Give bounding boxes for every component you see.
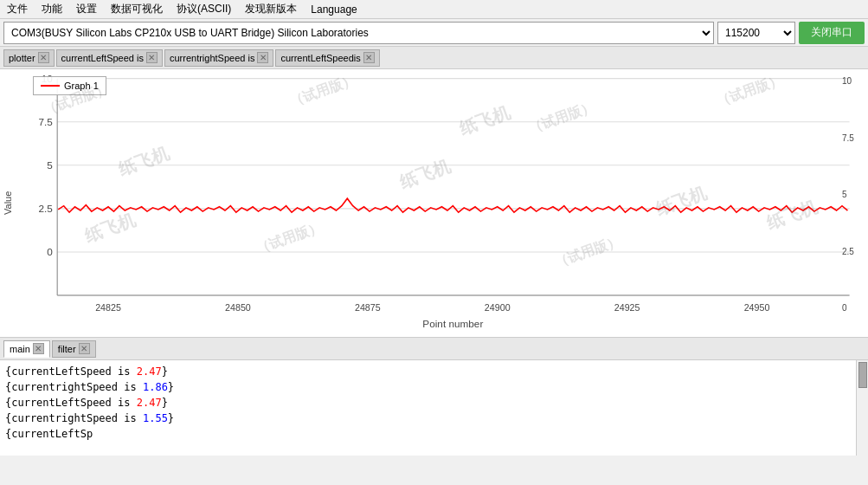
tab-currentleftspeed[interactable]: currentLeftSpeed is ✕	[56, 49, 163, 67]
close-port-button[interactable]: 关闭串口	[799, 22, 865, 44]
com-bar: COM3(BUSY Silicon Labs CP210x USB to UAR…	[0, 19, 868, 47]
tab-currentleftspeed-label: currentLeftSpeed is	[61, 53, 144, 63]
console-val-2: 1.86	[143, 381, 168, 393]
menu-file[interactable]: 文件	[3, 1, 31, 17]
baud-rate-select[interactable]: 9600 19200 38400 57600 115200 230400	[717, 22, 795, 44]
tab-currentleftspeedis-close[interactable]: ✕	[363, 52, 375, 63]
y-tick-right-10: 10	[842, 76, 866, 86]
svg-text:24825: 24825	[95, 302, 121, 313]
menu-update[interactable]: 发现新版本	[241, 1, 300, 17]
console-line-5: {currentLeftSp	[5, 426, 851, 442]
legend-label: Graph 1	[64, 81, 99, 91]
tab-currentrightspeed-label: currentrightSpeed is	[170, 53, 254, 63]
menu-protocol[interactable]: 协议(ASCII)	[173, 1, 235, 17]
svg-text:24900: 24900	[485, 302, 511, 313]
console-line-4: {currentrightSpeed is 1.55}	[5, 411, 851, 426]
y-tick-right-25: 2.5	[842, 247, 866, 256]
console-val-4: 1.55	[143, 412, 168, 424]
tab-plotter[interactable]: plotter ✕	[3, 49, 55, 67]
tab-plotter-close[interactable]: ✕	[38, 52, 49, 63]
tab-currentrightspeed[interactable]: currentrightSpeed is ✕	[164, 49, 273, 67]
svg-text:2.5: 2.5	[38, 203, 53, 214]
menu-settings[interactable]: 设置	[73, 1, 100, 17]
chart-svg: 10 7.5 5 2.5 0 24825 24850 24875 24900 2…	[16, 69, 868, 337]
console-scrollbar[interactable]	[856, 360, 868, 456]
console-line-1: {currentLeftSpeed is 2.47}	[5, 364, 851, 379]
tab-main-label: main	[10, 344, 30, 354]
svg-text:24925: 24925	[614, 302, 640, 313]
console-line-3: {currentLeftSpeed is 2.47}	[5, 395, 851, 411]
console-val-3: 2.47	[137, 397, 162, 409]
menu-dataviz[interactable]: 数据可视化	[107, 1, 166, 17]
svg-text:24950: 24950	[744, 302, 770, 313]
tab-currentleftspeed-close[interactable]: ✕	[146, 52, 158, 63]
tab-currentleftspeedis[interactable]: currentLeftSpeedis ✕	[275, 49, 379, 67]
plotter-tab-bar: plotter ✕ currentLeftSpeed is ✕ currentr…	[0, 47, 868, 69]
legend-line-icon	[41, 85, 60, 87]
y-axis-right: 10 7.5 5 2.5 0	[842, 69, 868, 337]
bottom-tab-bar: main ✕ filter ✕	[0, 338, 868, 360]
menubar: 文件 功能 设置 数据可视化 协议(ASCII) 发现新版本 Language	[0, 0, 868, 19]
svg-text:5: 5	[47, 159, 53, 171]
console-line-2: {currentrightSpeed is 1.86}	[5, 379, 851, 395]
tab-main[interactable]: main ✕	[3, 340, 50, 358]
console-text: {currentLeftSpeed is 2.47} {currentright…	[0, 360, 856, 456]
y-axis-label: Value	[0, 69, 16, 337]
menu-language[interactable]: Language	[307, 3, 360, 16]
chart-legend: Graph 1	[33, 76, 106, 95]
console-val-1: 2.47	[137, 365, 162, 378]
tab-plotter-label: plotter	[9, 53, 35, 63]
y-tick-right-0: 0	[842, 303, 866, 313]
com-port-select[interactable]: COM3(BUSY Silicon Labs CP210x USB to UAR…	[3, 22, 714, 44]
svg-text:7.5: 7.5	[38, 116, 53, 127]
tab-filter-label: filter	[58, 344, 76, 354]
tab-main-close[interactable]: ✕	[33, 343, 44, 354]
tab-filter-close[interactable]: ✕	[79, 343, 90, 354]
menu-func[interactable]: 功能	[38, 1, 66, 17]
y-tick-right-5: 5	[842, 190, 866, 199]
console-area: {currentLeftSpeed is 2.47} {currentright…	[0, 360, 868, 456]
chart-area: Value 10 7.5 5 2.5 0 24825 24850 24875 2…	[0, 69, 868, 338]
scroll-thumb[interactable]	[858, 362, 867, 388]
tab-filter[interactable]: filter ✕	[52, 340, 96, 358]
tab-currentleftspeedis-label: currentLeftSpeedis	[280, 53, 360, 63]
svg-text:24875: 24875	[355, 302, 381, 313]
svg-text:0: 0	[47, 246, 53, 257]
svg-text:24850: 24850	[225, 302, 251, 313]
svg-text:Point number: Point number	[422, 318, 483, 329]
tab-currentrightspeed-close[interactable]: ✕	[257, 52, 268, 63]
y-tick-right-75: 7.5	[842, 133, 866, 143]
chart-inner: 10 7.5 5 2.5 0 24825 24850 24875 24900 2…	[16, 69, 868, 337]
